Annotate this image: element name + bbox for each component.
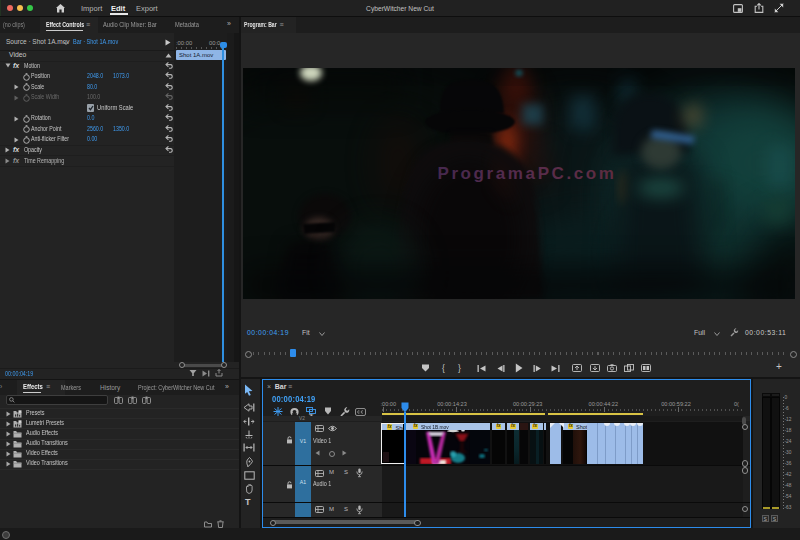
svg-text:ProgramaPC.com: ProgramaPC.com [437,164,616,183]
